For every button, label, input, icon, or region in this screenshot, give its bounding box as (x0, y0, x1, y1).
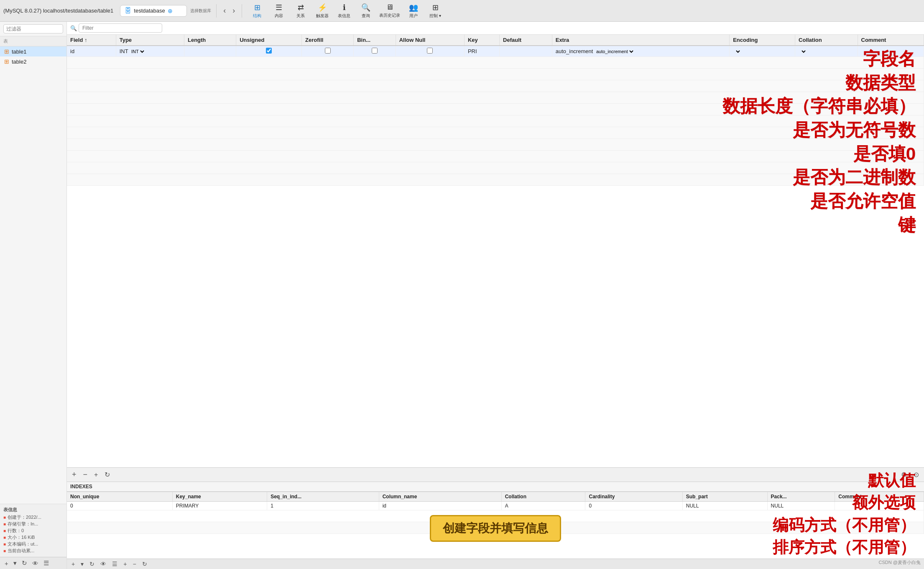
sidebar-info: 表信息 ■ 创建于：2022/... ■ 存储引擎：In... ■ 行数：0 ■… (0, 504, 66, 557)
toolbar-structure[interactable]: ⊞ 结构 (249, 3, 265, 19)
sidebar-item-table2[interactable]: ⊞ table2 (0, 56, 66, 67)
more-button[interactable]: ⊙ (912, 470, 921, 479)
table-row[interactable]: id INT INT (67, 46, 924, 57)
table-info-icon: ℹ (343, 3, 346, 12)
toolbar-triggers[interactable]: ⚡ 触发器 (314, 3, 331, 19)
type-select[interactable]: INT (130, 49, 145, 54)
sidebar-columns-button[interactable]: ☰ (42, 559, 50, 567)
allow-null-checkbox[interactable] (427, 48, 433, 54)
remove-field-button[interactable]: − (82, 469, 89, 480)
idx-col-seq: Seq_in_ind... (267, 492, 379, 502)
idx-non-unique: 0 (67, 502, 172, 510)
sidebar-add-button[interactable]: + (3, 559, 10, 567)
col-length: Length (184, 35, 236, 46)
cell-type: INT INT (116, 46, 184, 57)
gear-button[interactable]: ⚙ (899, 470, 909, 479)
info-icon-auto-inc: ■ (3, 548, 6, 553)
zerofill-checkbox[interactable] (325, 48, 331, 54)
info-encoding: ■ 文本编码：ut... (3, 541, 63, 547)
structure-icon: ⊞ (254, 3, 260, 12)
idx-sub-part: NULL (682, 502, 767, 510)
toolbar-table-history[interactable]: 🖥 表历史记录 (379, 3, 400, 18)
sidebar-table-label: 表 (0, 36, 66, 46)
main-remove-button[interactable]: − (131, 560, 137, 568)
idx-col-packed: Pack... (767, 492, 835, 502)
sidebar-refresh-button[interactable]: ↻ (20, 559, 28, 567)
col-field: Field ↑ (67, 35, 116, 46)
main-columns-button[interactable]: ☰ (111, 560, 119, 568)
info-icon-created: ■ (3, 515, 6, 520)
col-allow-null: Allow Null (396, 35, 464, 46)
cell-encoding (730, 46, 795, 57)
main-bottom-bar: + ▾ ↻ 👁 ☰ + − ↻ (67, 559, 924, 569)
idx-column-name: id (379, 502, 501, 510)
add-field-button[interactable]: + (70, 469, 78, 480)
toolbar-content[interactable]: ☰ 内容 (271, 3, 287, 19)
main-eye-button[interactable]: 👁 (99, 560, 107, 568)
info-engine-text: 存储引擎：In... (8, 521, 38, 527)
toolbar-users[interactable]: 👥 用户 (405, 3, 422, 19)
db-selector-chevron: ⊕ (168, 8, 173, 14)
info-icon-size: ■ (3, 535, 6, 540)
table-row (67, 57, 924, 69)
sidebar-filter-input[interactable] (3, 24, 63, 33)
relations-label: 关系 (296, 13, 305, 19)
cell-length (184, 46, 236, 57)
query-icon: 🔍 (361, 3, 370, 12)
main-refresh2-button[interactable]: ↻ (141, 560, 148, 568)
cell-zerofill (302, 46, 354, 57)
cell-comment (858, 46, 924, 57)
unsigned-checkbox[interactable] (266, 48, 272, 54)
query-label: 查询 (362, 13, 370, 19)
toolbar-controls[interactable]: ⊞ 控制 ▾ (427, 3, 444, 19)
extra-select[interactable]: auto_increment (595, 49, 635, 54)
idx-col-comment: Comment (835, 492, 924, 502)
table-row (67, 92, 924, 104)
db-selector[interactable]: 🗄 testdatabase ⊕ (120, 5, 187, 17)
info-rows-text: 行数：0 (8, 528, 24, 534)
idx-collation: A (501, 502, 585, 510)
collation-select[interactable] (799, 49, 807, 54)
main-dropdown-button[interactable]: ▾ (79, 560, 85, 568)
nav-back-button[interactable]: ‹ (222, 5, 227, 16)
main-add2-button[interactable]: + (122, 560, 128, 568)
add-field-button-2[interactable]: + (92, 470, 100, 479)
info-icon-encoding: ■ (3, 542, 6, 546)
index-row[interactable]: 0 PRIMARY 1 id A 0 NULL NULL (67, 502, 924, 510)
info-size: ■ 大小：16 KiB (3, 534, 63, 541)
nav-fwd-button[interactable]: › (231, 5, 237, 16)
col-extra: Extra (552, 35, 729, 46)
col-zerofill: Zerofill (302, 35, 354, 46)
toolbar-relations[interactable]: ⇄ 关系 (292, 3, 309, 19)
main-add-button[interactable]: + (70, 560, 76, 568)
filter-input[interactable] (79, 23, 162, 33)
content-label: 内容 (275, 13, 283, 19)
idx-comment (835, 502, 924, 510)
toolbar-icon-group: ⊞ 结构 ☰ 内容 ⇄ 关系 ⚡ 触发器 ℹ 表信息 🔍 查询 🖥 表历史记录 … (247, 3, 445, 19)
binary-checkbox[interactable] (372, 48, 378, 54)
filter-icon: 🔍 (70, 25, 77, 31)
sidebar-dropdown-button[interactable]: ▾ (12, 559, 18, 567)
col-key: Key (464, 35, 499, 46)
cell-unsigned (236, 46, 302, 57)
toolbar-query[interactable]: 🔍 查询 (357, 3, 374, 19)
table-row (67, 151, 924, 162)
col-type: Type (116, 35, 184, 46)
main-refresh-button[interactable]: ↻ (88, 560, 96, 568)
info-engine: ■ 存储引擎：In... (3, 521, 63, 527)
triggers-label: 触发器 (316, 13, 329, 19)
cell-binary (354, 46, 396, 57)
db-selector-sub: 选择数据库 (190, 8, 211, 14)
refresh-fields-button[interactable]: ↻ (103, 470, 112, 479)
sidebar: 表 ⊞ table1 ⊞ table2 表信息 ■ 创建于：2022/... ■… (0, 22, 67, 569)
filter-bar: 🔍 (67, 22, 924, 35)
sidebar-eye-button[interactable]: 👁 (31, 559, 40, 567)
content-area: 🔍 Field ↑ Type Length Unsigned Zerofill … (67, 22, 924, 569)
watermark: CSDN @麦香小白兔 (879, 559, 921, 566)
sidebar-item-table1[interactable]: ⊞ table1 (0, 46, 66, 56)
cell-default (500, 46, 552, 57)
encoding-select[interactable] (733, 49, 741, 54)
toolbar-table-info[interactable]: ℹ 表信息 (336, 3, 352, 19)
triggers-icon: ⚡ (318, 3, 327, 12)
structure-bottom-toolbar: + − + ↻ ⚙ ⊙ (67, 468, 924, 482)
